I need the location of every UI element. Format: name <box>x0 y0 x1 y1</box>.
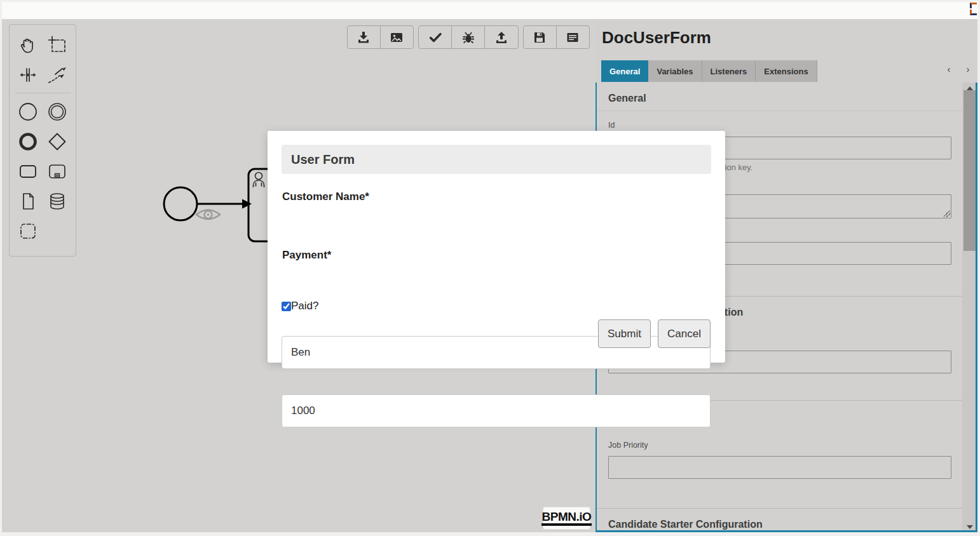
blue-corner-widget-icon <box>970 10 977 15</box>
payment-label: Payment* <box>282 249 331 262</box>
paid-checkbox-row: Paid? <box>282 300 318 312</box>
create-intermediate-event[interactable] <box>43 97 72 126</box>
form-list-button[interactable] <box>557 26 590 48</box>
bpmn-palette <box>9 24 76 257</box>
payment-input[interactable] <box>282 394 711 427</box>
toolbar-group-save <box>523 25 590 49</box>
tab-variables[interactable]: Variables <box>648 60 702 82</box>
section-divider <box>597 111 962 111</box>
job-priority-label: Job Priority <box>608 441 648 450</box>
corner-widgets <box>969 1 979 18</box>
dialog-header: User Form <box>282 145 711 174</box>
paid-checkbox-label[interactable]: Paid? <box>291 300 318 312</box>
panel-title: DocUserForm <box>602 28 711 48</box>
triangle-up-icon <box>967 86 973 90</box>
triangle-down-icon <box>967 525 973 529</box>
tab-scroll-left-button[interactable]: ‹ <box>944 64 954 74</box>
submit-button[interactable]: Submit <box>598 319 651 348</box>
panel-tab-bar: General Variables Listeners Extensions <box>601 60 817 82</box>
orange-corner-widget-icon <box>970 3 977 8</box>
start-event[interactable] <box>164 187 197 220</box>
paid-checkbox[interactable] <box>282 302 291 311</box>
bpmn-io-watermark-label: BPMN.iO <box>541 511 592 526</box>
debug-bug-button[interactable] <box>452 26 485 48</box>
create-data-store[interactable] <box>43 186 72 216</box>
deploy-upload-button[interactable] <box>485 26 518 48</box>
create-group[interactable] <box>13 216 43 246</box>
export-image-button[interactable] <box>381 26 414 48</box>
user-task-icon <box>254 173 264 188</box>
create-end-event[interactable] <box>13 126 43 156</box>
eye-icon[interactable] <box>196 210 220 220</box>
id-field-label: Id <box>608 121 615 130</box>
save-button[interactable] <box>524 26 557 48</box>
tab-listeners[interactable]: Listeners <box>702 60 756 82</box>
lasso-tool[interactable] <box>43 30 72 60</box>
hand-tool[interactable] <box>13 30 43 60</box>
panel-scrollbar[interactable] <box>962 83 977 532</box>
top-strip <box>2 2 978 19</box>
space-tool[interactable] <box>13 60 43 90</box>
customer-name-label: Customer Name* <box>282 191 369 203</box>
tab-extensions[interactable]: Extensions <box>756 60 817 82</box>
cancel-button[interactable]: Cancel <box>658 319 711 348</box>
create-task[interactable] <box>13 156 43 186</box>
create-subprocess[interactable] <box>43 156 72 186</box>
bpmn-io-watermark-link[interactable]: BPMN.iO <box>543 507 590 529</box>
tab-scroll-right-button[interactable]: › <box>963 64 973 74</box>
section-divider <box>597 508 962 509</box>
scrollbar-thumb[interactable] <box>963 90 976 251</box>
toolbar-group-actions <box>418 25 519 49</box>
user-form-dialog: User Form Customer Name* Payment* Paid? … <box>268 131 725 363</box>
validate-check-button[interactable] <box>419 26 452 48</box>
download-diagram-button[interactable] <box>348 26 381 48</box>
job-priority-input[interactable] <box>608 456 951 479</box>
candidate-starter-heading: Candidate Starter Configuration <box>608 519 763 530</box>
create-data-object[interactable] <box>13 186 43 216</box>
toolbar-group-file <box>347 25 414 49</box>
palette-separator <box>15 93 71 93</box>
create-gateway[interactable] <box>43 126 72 156</box>
general-section-heading: General <box>608 93 646 104</box>
global-connect-tool[interactable] <box>43 60 72 90</box>
tab-general[interactable]: General <box>601 60 648 82</box>
dialog-title: User Form <box>291 152 355 167</box>
sequence-flow-arrowhead <box>242 199 252 209</box>
textarea-resize-grip[interactable] <box>944 211 950 217</box>
create-start-event[interactable] <box>13 97 43 126</box>
scroll-down-button[interactable] <box>962 522 977 532</box>
